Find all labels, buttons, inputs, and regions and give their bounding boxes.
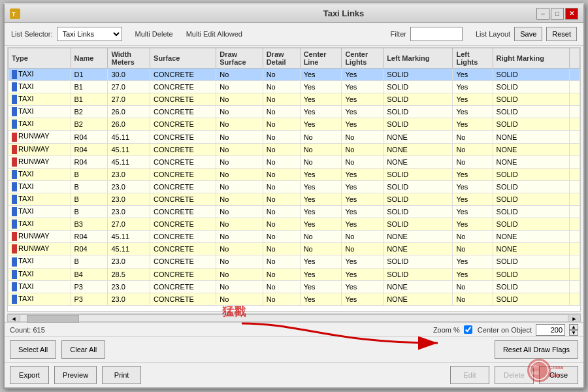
cell-name: B — [71, 255, 108, 268]
export-button[interactable]: Export — [10, 366, 49, 384]
table-row[interactable]: RUNWAYR0445.11CONCRETENoNoNoNoNONENoNONE — [8, 243, 580, 255]
cell-surface: CONCRETE — [150, 93, 216, 106]
cell-draw-detail: No — [263, 118, 300, 131]
col-type[interactable]: Type — [8, 48, 71, 69]
cell-center-lights: Yes — [342, 81, 384, 93]
print-button[interactable]: Print — [102, 366, 141, 384]
title-bar: T Taxi Links – □ ✕ — [5, 5, 583, 23]
list-selector-dropdown[interactable]: Taxi Links — [57, 27, 122, 41]
cell-draw-surface: No — [216, 118, 263, 131]
col-left-lights[interactable]: LeftLights — [453, 48, 493, 69]
zoom-label: Zoom % — [433, 326, 460, 334]
table-row[interactable]: TAXIB23.0CONCRETENoNoYesYesSOLIDYesSOLID — [8, 193, 580, 205]
col-surface[interactable]: Surface — [150, 48, 216, 69]
cell-type: TAXI — [8, 293, 71, 305]
reset-button[interactable]: Reset — [546, 27, 577, 41]
minimize-button[interactable]: – — [536, 8, 549, 20]
delete-button[interactable]: Delete — [495, 366, 534, 384]
table-row[interactable]: RUNWAYR0445.11CONCRETENoNoNoNoNONENoNONE — [8, 155, 580, 168]
close-window-button[interactable]: Close — [539, 366, 578, 384]
table-row[interactable]: TAXIP323.0CONCRETENoNoYesYesNONENoSOLID — [8, 280, 580, 293]
zoom-down-btn[interactable]: ▼ — [569, 330, 578, 336]
col-draw-detail[interactable]: DrawDetail — [263, 48, 300, 69]
cell-center-lights: No — [342, 231, 384, 243]
bottom-bar-2: Export Preview Print Edit Delete Close — [5, 362, 583, 387]
cell-type: TAXI — [8, 180, 71, 193]
cell-left-lights: No — [453, 131, 493, 143]
table-row[interactable]: TAXIP323.0CONCRETENoNoYesYesNONENoSOLID — [8, 293, 580, 305]
zoom-spinner[interactable]: ▲ ▼ — [569, 324, 578, 336]
horizontal-scrollbar[interactable]: ◄ ► — [7, 313, 581, 322]
scrollbar-track[interactable] — [20, 314, 568, 322]
cell-width: 30.0 — [108, 69, 150, 81]
cell-draw-detail: No — [263, 231, 300, 243]
reset-flags-button[interactable]: Reset All Draw Flags — [495, 340, 578, 359]
cell-type: TAXI — [8, 118, 71, 131]
center-on-object-checkbox[interactable] — [464, 325, 472, 334]
filter-label: Filter — [391, 30, 406, 38]
layout-group: List Layout Save Reset — [476, 27, 577, 41]
multi-edit-group: Multi Edit Allowed — [186, 30, 242, 38]
cell-left-lights: No — [453, 293, 493, 305]
center-on-object-label: Center on Object — [478, 326, 532, 334]
cell-spacer — [570, 293, 580, 305]
table-row[interactable]: TAXIB226.0CONCRETENoNoYesYesSOLIDYesSOLI… — [8, 118, 580, 131]
cell-left-lights: No — [453, 280, 493, 293]
scrollbar-thumb[interactable] — [27, 315, 79, 323]
save-button[interactable]: Save — [514, 27, 542, 41]
zoom-up-btn[interactable]: ▲ — [569, 324, 578, 330]
zoom-input[interactable]: 200 — [536, 324, 565, 336]
table-row[interactable]: TAXIB226.0CONCRETENoNoYesYesSOLIDYesSOLI… — [8, 106, 580, 118]
cell-draw-surface: No — [216, 293, 263, 305]
table-row[interactable]: RUNWAYR0445.11CONCRETENoNoNoNoNONENoNONE — [8, 231, 580, 243]
table-row[interactable]: TAXIB23.0CONCRETENoNoYesYesSOLIDYesSOLID — [8, 255, 580, 268]
table-row[interactable]: TAXID130.0CONCRETENoNoYesYesSOLIDYesSOLI… — [8, 69, 580, 81]
col-center-lights[interactable]: CenterLights — [342, 48, 384, 69]
cell-draw-detail: No — [263, 206, 300, 218]
table-row[interactable]: TAXIB127.0CONCRETENoNoYesYesSOLIDYesSOLI… — [8, 93, 580, 106]
table-row[interactable]: TAXIB23.0CONCRETENoNoYesYesSOLIDYesSOLID — [8, 180, 580, 193]
col-right-marking[interactable]: Right Marking — [493, 48, 569, 69]
table-row[interactable]: TAXIB428.5CONCRETENoNoYesYesSOLIDYesSOLI… — [8, 268, 580, 280]
col-draw-surface[interactable]: DrawSurface — [216, 48, 263, 69]
cell-width: 45.11 — [108, 143, 150, 155]
edit-button[interactable]: Edit — [450, 366, 489, 384]
filter-input[interactable] — [410, 27, 463, 41]
table-row[interactable]: RUNWAYR0445.11CONCRETENoNoNoNoNONENoNONE — [8, 131, 580, 143]
clear-all-button[interactable]: Clear All — [61, 340, 105, 359]
col-width[interactable]: WidthMeters — [108, 48, 150, 69]
table-row[interactable]: TAXIB127.0CONCRETENoNoYesYesSOLIDYesSOLI… — [8, 81, 580, 93]
scroll-right-btn[interactable]: ► — [568, 314, 581, 322]
cell-draw-detail: No — [263, 218, 300, 231]
cell-left-lights: Yes — [453, 93, 493, 106]
cell-draw-detail: No — [263, 143, 300, 155]
cell-right-marking: NONE — [493, 143, 569, 155]
cell-surface: CONCRETE — [150, 255, 216, 268]
cell-surface: CONCRETE — [150, 206, 216, 218]
preview-button[interactable]: Preview — [54, 366, 97, 384]
cell-left-marking: SOLID — [384, 81, 453, 93]
col-center-line[interactable]: CenterLine — [300, 48, 342, 69]
table-row[interactable]: RUNWAYR0445.11CONCRETENoNoNoNoNONENoNONE — [8, 143, 580, 155]
cell-left-marking: SOLID — [384, 180, 453, 193]
col-name[interactable]: Name — [71, 48, 108, 69]
table-row[interactable]: TAXIB23.0CONCRETENoNoYesYesSOLIDYesSOLID — [8, 168, 580, 180]
cell-surface: CONCRETE — [150, 280, 216, 293]
close-button[interactable]: ✕ — [565, 8, 578, 20]
table-row[interactable]: TAXIB327.0CONCRETENoNoYesYesSOLIDYesSOLI… — [8, 218, 580, 231]
cell-draw-surface: No — [216, 180, 263, 193]
col-left-marking[interactable]: Left Marking — [384, 48, 453, 69]
table-row[interactable]: TAXIB23.0CONCRETENoNoYesYesSOLIDYesSOLID — [8, 206, 580, 218]
select-all-button[interactable]: Select All — [10, 340, 56, 359]
cell-draw-surface: No — [216, 106, 263, 118]
cell-spacer — [570, 255, 580, 268]
cell-type: RUNWAY — [8, 155, 71, 168]
count-value: 615 — [33, 326, 44, 334]
cell-draw-surface: No — [216, 255, 263, 268]
cell-center-lights: Yes — [342, 193, 384, 205]
cell-spacer — [570, 168, 580, 180]
cell-center-line: No — [300, 231, 342, 243]
maximize-button[interactable]: □ — [551, 8, 564, 20]
cell-right-marking: SOLID — [493, 81, 569, 93]
scroll-left-btn[interactable]: ◄ — [7, 314, 20, 322]
